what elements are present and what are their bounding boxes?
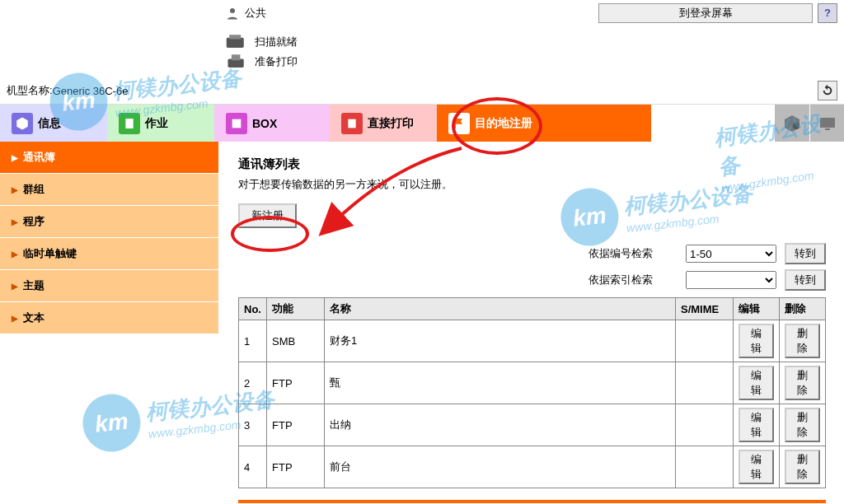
search-by-index-label: 依据索引检索 (389, 273, 653, 287)
person-icon (225, 6, 240, 21)
col-del: 删除 (780, 298, 826, 320)
caret-icon: ▶ (12, 314, 18, 323)
svg-rect-5 (125, 119, 133, 128)
cell-no: 4 (239, 446, 267, 488)
cell-func: FTP (267, 404, 325, 446)
delete-button[interactable]: 删除 (785, 408, 820, 442)
table-row: 1SMB财务1编辑删除 (239, 320, 826, 362)
sidebar-item-addressbook[interactable]: ▶通讯簿 (0, 142, 218, 174)
monitor-icon (818, 114, 837, 133)
document-icon (123, 117, 136, 130)
sidebar: ▶通讯簿 ▶群组 ▶程序 ▶临时单触键 ▶主题 ▶文本 (0, 142, 218, 504)
page-title: 通讯簿列表 (238, 156, 826, 172)
edit-button[interactable]: 编辑 (738, 366, 774, 400)
delete-button[interactable]: 删除 (785, 324, 820, 358)
print-icon (345, 117, 359, 130)
svg-rect-7 (348, 119, 355, 128)
svg-rect-11 (825, 128, 830, 130)
cell-name: 财务1 (325, 320, 676, 362)
col-edit: 编辑 (734, 298, 780, 320)
new-register-button[interactable]: 新注册 (238, 203, 297, 228)
scan-status: 扫描就绪 (255, 35, 298, 49)
delete-button[interactable]: 删除 (785, 366, 820, 400)
svg-rect-10 (820, 118, 835, 128)
col-name: 名称 (325, 298, 676, 320)
cell-smime (676, 404, 734, 446)
tab-job[interactable]: 作业 (107, 105, 214, 142)
col-no: No. (239, 298, 267, 320)
box-icon (230, 117, 243, 130)
edit-button[interactable]: 编辑 (738, 324, 774, 358)
svg-rect-8 (455, 119, 456, 128)
cell-smime (676, 320, 734, 362)
cell-name: 出纳 (325, 404, 676, 446)
model-value: Generic 36C-6e (53, 85, 129, 97)
display-button[interactable] (809, 105, 844, 142)
number-range-select[interactable]: 1-50 (686, 245, 776, 263)
edit-button[interactable]: 编辑 (738, 450, 774, 484)
search-by-number-label: 依据编号检索 (389, 246, 653, 261)
sidebar-item-text[interactable]: ▶文本 (0, 302, 218, 334)
cell-func: FTP (267, 362, 325, 404)
cell-name: 甄 (325, 362, 676, 404)
sidebar-item-group[interactable]: ▶群组 (0, 174, 218, 206)
cube-icon (15, 116, 30, 131)
tab-info[interactable]: 信息 (0, 105, 107, 142)
tab-direct-print[interactable]: 直接打印 (330, 105, 437, 142)
help-button[interactable]: ? (818, 3, 837, 23)
cell-smime (676, 362, 734, 404)
caret-icon: ▶ (12, 282, 18, 291)
main-tabs: 信息 作业 BOX 直接打印 目的地注册 (0, 104, 844, 142)
index-select[interactable] (686, 271, 776, 289)
gear-cube-icon (782, 114, 802, 133)
scanner-icon (225, 33, 248, 51)
sidebar-item-program[interactable]: ▶程序 (0, 206, 218, 238)
col-smime: S/MIME (676, 298, 734, 320)
divider (238, 500, 826, 503)
print-status: 准备打印 (255, 54, 298, 69)
col-func: 功能 (267, 298, 325, 320)
svg-point-9 (793, 123, 799, 129)
user-name: 公共 (245, 6, 266, 21)
settings-button[interactable] (775, 105, 809, 142)
svg-point-0 (230, 8, 235, 13)
cell-func: SMB (267, 320, 325, 362)
go-index-button[interactable]: 转到 (785, 269, 826, 291)
flag-icon (452, 117, 466, 130)
svg-rect-1 (227, 38, 244, 48)
caret-icon: ▶ (12, 185, 18, 194)
sidebar-item-subject[interactable]: ▶主题 (0, 270, 218, 302)
svg-rect-6 (232, 119, 241, 128)
tab-box[interactable]: BOX (214, 105, 330, 142)
cell-smime (676, 446, 734, 488)
page-subtitle: 对于想要传输数据的另一方来说，可以注册。 (238, 177, 826, 192)
cell-name: 前台 (325, 446, 676, 488)
login-screen-button[interactable]: 到登录屏幕 (598, 3, 813, 23)
caret-icon: ▶ (12, 250, 18, 259)
cell-func: FTP (267, 446, 325, 488)
delete-button[interactable]: 删除 (785, 450, 820, 484)
go-number-button[interactable]: 转到 (785, 243, 826, 264)
refresh-icon (821, 84, 834, 97)
table-row: 4FTP前台编辑删除 (239, 446, 826, 488)
printer-icon (225, 53, 248, 71)
sidebar-item-temp-onetouch[interactable]: ▶临时单触键 (0, 238, 218, 270)
model-label: 机型名称: (7, 83, 53, 98)
svg-rect-2 (229, 35, 241, 39)
refresh-button[interactable] (818, 81, 837, 100)
cell-no: 2 (239, 362, 267, 404)
addressbook-table: No. 功能 名称 S/MIME 编辑 删除 1SMB财务1编辑删除2FTP甄编… (238, 297, 826, 488)
caret-icon: ▶ (12, 217, 18, 226)
edit-button[interactable]: 编辑 (738, 408, 774, 442)
tab-destination-register[interactable]: 目的地注册 (437, 105, 651, 142)
cell-no: 3 (239, 404, 267, 446)
user-label: 公共 (225, 6, 266, 21)
svg-rect-4 (232, 54, 241, 60)
caret-icon: ▶ (12, 153, 18, 162)
cell-no: 1 (239, 320, 267, 362)
table-row: 3FTP出纳编辑删除 (239, 404, 826, 446)
table-row: 2FTP甄编辑删除 (239, 362, 826, 404)
